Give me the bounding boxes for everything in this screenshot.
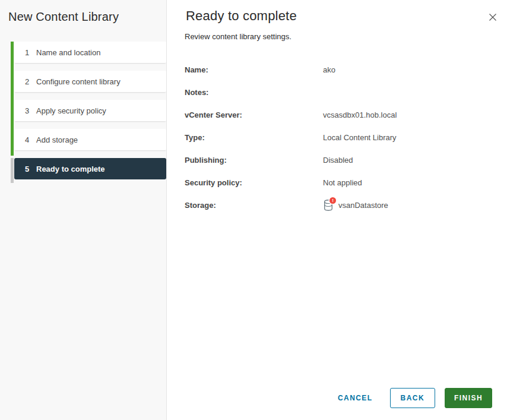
summary-row-vcenter-server: vCenter Server: vcsasdbx01.hob.local: [185, 110, 507, 120]
row-label: Type:: [185, 133, 323, 143]
step-label: Apply security policy: [36, 106, 106, 115]
row-label: Storage:: [185, 201, 323, 210]
summary-row-storage: Storage: vsanDatastore: [185, 201, 507, 211]
step-number: 5: [24, 165, 30, 173]
wizard-step-name-and-location[interactable]: 1 Name and location: [14, 42, 166, 63]
summary-row-type: Type: Local Content Library: [185, 133, 507, 143]
row-value: vcsasdbx01.hob.local: [323, 110, 507, 120]
page-title: Ready to complete: [186, 8, 479, 24]
close-icon[interactable]: [486, 11, 499, 24]
row-label: vCenter Server:: [185, 110, 323, 120]
datastore-alert-icon: [323, 199, 334, 211]
panel-header: Ready to complete Review content library…: [167, 0, 507, 42]
step-label: Configure content library: [36, 77, 121, 86]
wizard-step-configure-content-library[interactable]: 2 Configure content library: [14, 71, 166, 92]
wizard-steps: 1 Name and location 2 Configure content …: [0, 42, 166, 179]
wizard-main-panel: Ready to complete Review content library…: [167, 0, 507, 420]
step-number: 1: [24, 48, 30, 57]
back-button[interactable]: BACK: [390, 388, 435, 408]
step-label: Add storage: [36, 135, 78, 144]
row-label: Security policy:: [185, 178, 323, 188]
summary-row-notes: Notes:: [185, 88, 507, 97]
summary-row-publishing: Publishing: Disabled: [185, 156, 507, 165]
row-label: Notes:: [185, 88, 323, 97]
step-number: 4: [24, 135, 30, 144]
cancel-button[interactable]: CANCEL: [338, 388, 373, 408]
row-value: Disabled: [323, 156, 507, 165]
row-value: ako: [323, 65, 507, 75]
wizard-step-ready-to-complete[interactable]: 5 Ready to complete: [14, 158, 166, 179]
step-label: Name and location: [36, 48, 100, 57]
wizard-step-add-storage[interactable]: 4 Add storage: [14, 129, 166, 150]
page-subtitle: Review content library settings.: [185, 32, 479, 42]
summary-rows: Name: ako Notes: vCenter Server: vcsasdb…: [167, 65, 507, 211]
new-content-library-dialog: New Content Library 1 Name and location …: [0, 0, 507, 420]
wizard-footer: CANCEL BACK FINISH: [338, 388, 492, 408]
wizard-step-apply-security-policy[interactable]: 3 Apply security policy: [14, 100, 166, 121]
alert-badge-icon: [329, 197, 336, 204]
row-value: Not applied: [323, 178, 507, 188]
row-label: Publishing:: [185, 156, 323, 165]
row-label: Name:: [185, 65, 323, 75]
summary-row-name: Name: ako: [185, 65, 507, 75]
step-number: 3: [24, 106, 30, 115]
wizard-sidebar: New Content Library 1 Name and location …: [0, 0, 167, 420]
step-label: Ready to complete: [36, 165, 105, 173]
summary-row-security-policy: Security policy: Not applied: [185, 178, 507, 188]
row-value: vsanDatastore: [338, 201, 388, 210]
progress-bar-completed: [11, 42, 14, 156]
row-value-storage: vsanDatastore: [323, 199, 507, 211]
dialog-title: New Content Library: [0, 0, 166, 24]
finish-button[interactable]: FINISH: [445, 388, 492, 408]
step-number: 2: [24, 77, 30, 86]
progress-bar-current: [11, 158, 14, 183]
row-value: Local Content Library: [323, 133, 507, 143]
